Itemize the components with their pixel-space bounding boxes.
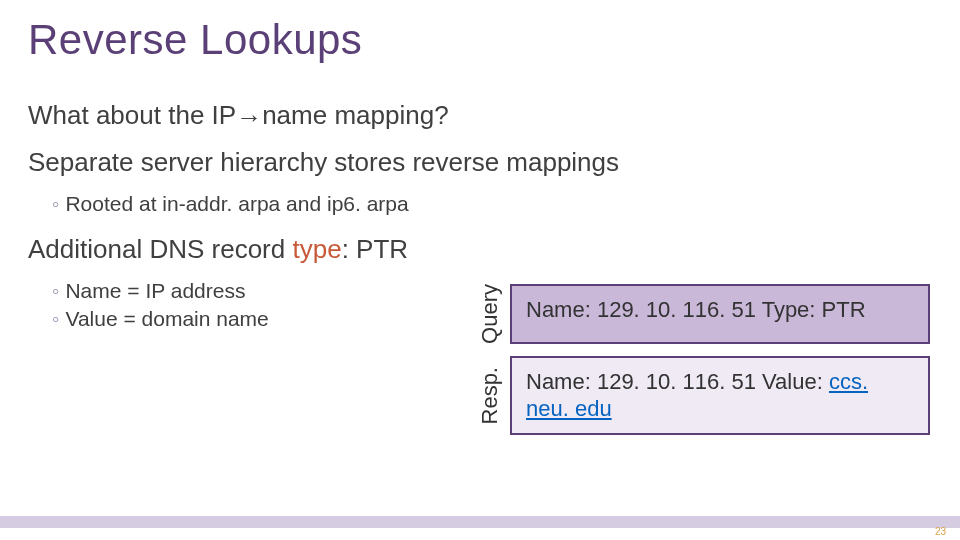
query-box: Name: 129. 10. 116. 51 Type: PTR <box>510 284 930 344</box>
line-ptr: Additional DNS record type: PTR <box>28 234 928 265</box>
text: What about the IP <box>28 100 236 130</box>
line-question: What about the IP→name mapping? <box>28 100 928 133</box>
text: Additional DNS record <box>28 234 292 264</box>
text: name mapping? <box>262 100 448 130</box>
text: Resp. <box>477 367 503 424</box>
text: Name: 129. 10. 116. 51 Type: PTR <box>526 297 866 322</box>
resp-row: Resp. Name: 129. 10. 116. 51 Value: ccs.… <box>470 356 930 435</box>
resp-box: Name: 129. 10. 116. 51 Value: ccs. neu. … <box>510 356 930 435</box>
text: Query <box>477 284 503 344</box>
query-row: Query Name: 129. 10. 116. 51 Type: PTR <box>470 284 930 344</box>
text: Name: 129. 10. 116. 51 Value: <box>526 369 829 394</box>
bullet-icon: ◦ <box>52 279 59 302</box>
arrow-icon: → <box>236 102 262 132</box>
text: Name = IP address <box>65 279 245 302</box>
text: Rooted at in-addr. arpa and ip6. arpa <box>65 192 408 215</box>
query-label: Query <box>470 284 510 344</box>
resp-label: Resp. <box>470 356 510 435</box>
text: Value = domain name <box>65 307 268 330</box>
text: : PTR <box>342 234 408 264</box>
slide: Reverse Lookups What about the IP→name m… <box>0 0 960 540</box>
bullet-icon: ◦ <box>52 192 59 215</box>
footer-band <box>0 516 960 528</box>
slide-title: Reverse Lookups <box>28 16 362 64</box>
page-number: 23 <box>935 526 946 537</box>
line-hierarchy: Separate server hierarchy stores reverse… <box>28 147 928 178</box>
bullet-icon: ◦ <box>52 307 59 330</box>
text-accent: type <box>292 234 341 264</box>
example-boxes: Query Name: 129. 10. 116. 51 Type: PTR R… <box>470 284 930 447</box>
sub-rooted: ◦Rooted at in-addr. arpa and ip6. arpa <box>52 192 928 216</box>
